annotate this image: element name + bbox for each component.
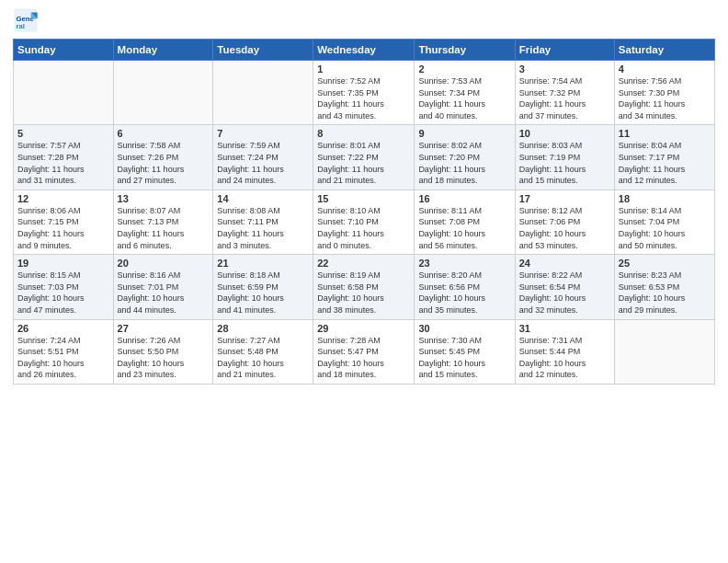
calendar-cell: 18Sunrise: 8:14 AM Sunset: 7:04 PM Dayli… xyxy=(614,190,714,254)
col-sunday: Sunday xyxy=(14,40,114,61)
calendar-cell xyxy=(14,61,114,125)
calendar-cell: 19Sunrise: 8:15 AM Sunset: 7:03 PM Dayli… xyxy=(14,255,114,319)
calendar-cell: 26Sunrise: 7:24 AM Sunset: 5:51 PM Dayli… xyxy=(14,319,114,384)
day-number: 11 xyxy=(619,128,711,139)
day-number: 24 xyxy=(519,258,610,269)
day-info: Sunrise: 8:18 AM Sunset: 6:59 PM Dayligh… xyxy=(217,270,309,316)
col-monday: Monday xyxy=(113,40,213,61)
calendar-cell: 15Sunrise: 8:10 AM Sunset: 7:10 PM Dayli… xyxy=(313,190,415,254)
day-number: 14 xyxy=(217,193,309,204)
calendar-cell: 24Sunrise: 8:22 AM Sunset: 6:54 PM Dayli… xyxy=(515,255,614,319)
calendar-cell xyxy=(213,61,313,125)
day-number: 23 xyxy=(418,258,510,269)
day-number: 30 xyxy=(418,323,510,334)
day-info: Sunrise: 7:52 AM Sunset: 7:35 PM Dayligh… xyxy=(317,75,410,121)
day-number: 22 xyxy=(317,258,410,269)
day-info: Sunrise: 8:01 AM Sunset: 7:22 PM Dayligh… xyxy=(317,140,410,186)
day-number: 8 xyxy=(317,128,410,139)
col-friday: Friday xyxy=(515,40,614,61)
calendar-week-row: 26Sunrise: 7:24 AM Sunset: 5:51 PM Dayli… xyxy=(14,319,715,384)
day-number: 25 xyxy=(619,258,711,269)
calendar-cell: 10Sunrise: 8:03 AM Sunset: 7:19 PM Dayli… xyxy=(515,125,614,190)
day-info: Sunrise: 8:22 AM Sunset: 6:54 PM Dayligh… xyxy=(519,270,610,316)
day-info: Sunrise: 8:03 AM Sunset: 7:19 PM Dayligh… xyxy=(519,140,610,186)
day-number: 19 xyxy=(17,258,109,269)
day-number: 17 xyxy=(519,193,610,204)
day-number: 13 xyxy=(118,193,210,204)
day-info: Sunrise: 7:58 AM Sunset: 7:26 PM Dayligh… xyxy=(118,140,210,186)
calendar-cell: 16Sunrise: 8:11 AM Sunset: 7:08 PM Dayli… xyxy=(415,190,515,254)
calendar-cell: 29Sunrise: 7:28 AM Sunset: 5:47 PM Dayli… xyxy=(313,319,415,384)
day-info: Sunrise: 8:16 AM Sunset: 7:01 PM Dayligh… xyxy=(118,270,210,316)
calendar-week-row: 1Sunrise: 7:52 AM Sunset: 7:35 PM Daylig… xyxy=(14,61,715,125)
calendar-cell: 21Sunrise: 8:18 AM Sunset: 6:59 PM Dayli… xyxy=(213,255,313,319)
day-number: 5 xyxy=(17,128,109,139)
svg-text:ral: ral xyxy=(17,22,25,30)
day-info: Sunrise: 8:23 AM Sunset: 6:53 PM Dayligh… xyxy=(619,270,711,316)
day-number: 28 xyxy=(217,323,309,334)
calendar-cell xyxy=(614,319,714,384)
day-number: 27 xyxy=(118,323,210,334)
day-number: 6 xyxy=(118,128,210,139)
col-wednesday: Wednesday xyxy=(313,40,415,61)
calendar-week-row: 12Sunrise: 8:06 AM Sunset: 7:15 PM Dayli… xyxy=(14,190,715,254)
day-info: Sunrise: 8:06 AM Sunset: 7:15 PM Dayligh… xyxy=(17,205,109,251)
day-info: Sunrise: 8:02 AM Sunset: 7:20 PM Dayligh… xyxy=(418,140,510,186)
day-info: Sunrise: 8:10 AM Sunset: 7:10 PM Dayligh… xyxy=(317,205,410,251)
calendar-cell: 13Sunrise: 8:07 AM Sunset: 7:13 PM Dayli… xyxy=(113,190,213,254)
day-info: Sunrise: 7:26 AM Sunset: 5:50 PM Dayligh… xyxy=(118,335,210,381)
day-number: 12 xyxy=(17,193,109,204)
col-tuesday: Tuesday xyxy=(213,40,313,61)
day-number: 21 xyxy=(217,258,309,269)
day-number: 15 xyxy=(317,193,410,204)
day-info: Sunrise: 8:20 AM Sunset: 6:56 PM Dayligh… xyxy=(418,270,510,316)
calendar-cell: 23Sunrise: 8:20 AM Sunset: 6:56 PM Dayli… xyxy=(415,255,515,319)
day-info: Sunrise: 8:19 AM Sunset: 6:58 PM Dayligh… xyxy=(317,270,410,316)
day-number: 31 xyxy=(519,323,610,334)
calendar-cell: 7Sunrise: 7:59 AM Sunset: 7:24 PM Daylig… xyxy=(213,125,313,190)
day-info: Sunrise: 7:53 AM Sunset: 7:34 PM Dayligh… xyxy=(418,75,510,121)
day-info: Sunrise: 8:15 AM Sunset: 7:03 PM Dayligh… xyxy=(17,270,109,316)
day-info: Sunrise: 7:24 AM Sunset: 5:51 PM Dayligh… xyxy=(17,335,109,381)
day-info: Sunrise: 7:57 AM Sunset: 7:28 PM Dayligh… xyxy=(17,140,109,186)
day-number: 16 xyxy=(418,193,510,204)
day-number: 2 xyxy=(418,63,510,75)
day-info: Sunrise: 7:59 AM Sunset: 7:24 PM Dayligh… xyxy=(217,140,309,186)
day-number: 18 xyxy=(619,193,711,204)
day-number: 9 xyxy=(418,128,510,139)
page: Gene ral Sunday Monday Tuesday Wednesday… xyxy=(0,0,728,563)
day-info: Sunrise: 8:04 AM Sunset: 7:17 PM Dayligh… xyxy=(619,140,711,186)
day-info: Sunrise: 7:56 AM Sunset: 7:30 PM Dayligh… xyxy=(619,75,711,121)
day-info: Sunrise: 7:31 AM Sunset: 5:44 PM Dayligh… xyxy=(519,335,610,381)
calendar-cell: 12Sunrise: 8:06 AM Sunset: 7:15 PM Dayli… xyxy=(14,190,114,254)
calendar-cell: 22Sunrise: 8:19 AM Sunset: 6:58 PM Dayli… xyxy=(313,255,415,319)
calendar-cell: 17Sunrise: 8:12 AM Sunset: 7:06 PM Dayli… xyxy=(515,190,614,254)
day-number: 20 xyxy=(118,258,210,269)
day-info: Sunrise: 8:14 AM Sunset: 7:04 PM Dayligh… xyxy=(619,205,711,251)
logo: Gene ral xyxy=(13,9,42,33)
calendar-header-row: Sunday Monday Tuesday Wednesday Thursday… xyxy=(14,40,715,61)
col-saturday: Saturday xyxy=(614,40,714,61)
header: Gene ral xyxy=(13,9,715,33)
calendar-cell: 14Sunrise: 8:08 AM Sunset: 7:11 PM Dayli… xyxy=(213,190,313,254)
day-number: 3 xyxy=(519,63,610,75)
day-number: 10 xyxy=(519,128,610,139)
day-info: Sunrise: 7:54 AM Sunset: 7:32 PM Dayligh… xyxy=(519,75,610,121)
day-info: Sunrise: 8:07 AM Sunset: 7:13 PM Dayligh… xyxy=(118,205,210,251)
day-info: Sunrise: 8:12 AM Sunset: 7:06 PM Dayligh… xyxy=(519,205,610,251)
day-info: Sunrise: 8:08 AM Sunset: 7:11 PM Dayligh… xyxy=(217,205,309,251)
calendar-cell xyxy=(113,61,213,125)
calendar-cell: 4Sunrise: 7:56 AM Sunset: 7:30 PM Daylig… xyxy=(614,61,714,125)
day-info: Sunrise: 7:28 AM Sunset: 5:47 PM Dayligh… xyxy=(317,335,410,381)
calendar-cell: 27Sunrise: 7:26 AM Sunset: 5:50 PM Dayli… xyxy=(113,319,213,384)
calendar-cell: 1Sunrise: 7:52 AM Sunset: 7:35 PM Daylig… xyxy=(313,61,415,125)
calendar-week-row: 19Sunrise: 8:15 AM Sunset: 7:03 PM Dayli… xyxy=(14,255,715,319)
calendar-cell: 11Sunrise: 8:04 AM Sunset: 7:17 PM Dayli… xyxy=(614,125,714,190)
day-number: 29 xyxy=(317,323,410,334)
calendar-cell: 6Sunrise: 7:58 AM Sunset: 7:26 PM Daylig… xyxy=(113,125,213,190)
day-info: Sunrise: 8:11 AM Sunset: 7:08 PM Dayligh… xyxy=(418,205,510,251)
calendar-cell: 5Sunrise: 7:57 AM Sunset: 7:28 PM Daylig… xyxy=(14,125,114,190)
col-thursday: Thursday xyxy=(415,40,515,61)
calendar-cell: 9Sunrise: 8:02 AM Sunset: 7:20 PM Daylig… xyxy=(415,125,515,190)
day-number: 7 xyxy=(217,128,309,139)
